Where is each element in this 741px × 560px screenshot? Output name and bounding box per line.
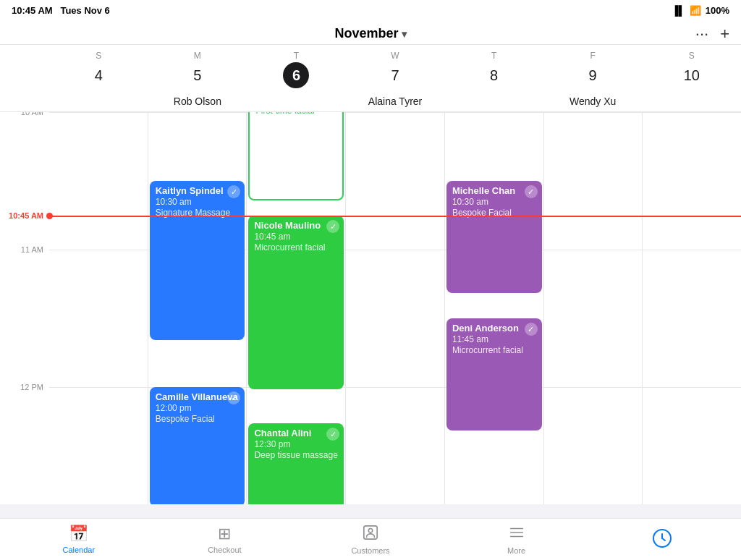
day-num-7: 7 [382,62,408,88]
tab-more-label: More [507,546,525,555]
appt-kaitlyn-time: 10:30 am [156,197,240,207]
day-letter-sun: S [49,51,148,61]
time-11am: 11 AM [21,245,43,254]
appt-michelle-time: 10:30 am [452,197,536,207]
appt-kaitlyn-name: Kaitlyn Spindel [156,185,240,196]
calendar-body: 10 AM 10:45 AM 11 AM 12 PM 1 PM 2 PM Kai… [0,112,741,504]
grid-col-4: Michelle Chan 10:30 am Bespoke Facial ✓ … [444,112,543,504]
day-num-4: 4 [85,62,111,88]
header-title[interactable]: November ▾ [334,26,406,41]
appt-nicole-service: Microcurrent facial [254,242,338,253]
status-time: 10:45 AM Tues Nov 6 [12,5,110,16]
appt-camille[interactable]: Camille Villanueva 12:00 pm Bespoke Faci… [150,387,245,504]
day-col-thu[interactable]: T 8 [444,51,543,88]
appt-brittany-service: First-time facial [255,112,336,116]
day-letter-thu: T [444,51,543,61]
staff-row: Rob Olson Alaina Tyrer Wendy Xu [0,91,741,112]
calendar-icon: 📅 [69,525,88,543]
staff-gutter [0,96,49,107]
current-time-dot [46,213,53,219]
tab-checkout[interactable]: ⊞ Checkout [199,525,250,554]
date-display: Tues Nov 6 [60,5,109,16]
appt-chantal-name: Chantal Alini [254,428,338,438]
week-row: S 4 M 5 T 6 W 7 T 8 F 9 S 10 [0,45,741,91]
tab-customers-label: Customers [351,546,389,555]
day-num-8: 8 [481,62,507,88]
appt-chantal-time: 12:30 pm [254,439,338,449]
calendar-header: November ▾ ··· + [0,20,741,45]
grid-col-2: Brittany Chin 9:30 am First-time facial … [246,112,345,504]
tab-more[interactable]: More [491,525,542,555]
day-col-wed[interactable]: W 7 [346,51,445,88]
staff-cell-alaina: Alaina Tyrer [346,96,445,107]
status-bar: 10:45 AM Tues Nov 6 ▐▌ 📶 100% [0,0,741,20]
grid-col-5 [543,112,643,504]
wifi-icon: 📶 [690,5,701,16]
tab-bar: 📅 Calendar ⊞ Checkout Customers More [0,518,741,560]
appt-nicole-name: Nicole Maulino [254,220,338,231]
day-letter-tue: T [247,51,346,61]
appt-camille-time: 12:00 pm [156,403,240,413]
time-10am: 10 AM [21,112,43,116]
day-num-6: 6 [283,62,309,88]
day-letter-mon: M [148,51,247,61]
day-letter-sat: S [642,51,741,61]
tab-customers[interactable]: Customers [345,525,396,555]
appt-deni[interactable]: Deni Anderson 11:45 am Microcurrent faci… [446,318,542,430]
current-time-line [49,216,741,217]
grid-col-3 [345,112,444,504]
grid-col-6 [642,112,741,504]
month-label: November [334,26,398,41]
clock-icon [652,528,672,551]
status-right: ▐▌ 📶 100% [672,5,729,16]
svg-line-7 [662,538,665,540]
day-col-fri[interactable]: F 9 [543,51,643,88]
time-12pm: 12 PM [20,383,43,391]
day-num-9: 9 [580,62,606,88]
grid-col-0 [49,112,148,504]
staff-cell-wendy: Wendy Xu [543,96,643,107]
appt-deni-time: 11:45 am [452,334,536,344]
appt-camille-service: Bespoke Facial [156,414,240,424]
tab-clock[interactable] [637,528,687,551]
appt-chantal-service: Deep tissue massage [254,450,338,460]
staff-cell-2 [444,96,543,107]
day-col-mon[interactable]: M 5 [148,51,247,88]
time-display: 10:45 AM [12,5,53,16]
appt-deni-service: Microcurrent facial [452,345,536,355]
svg-point-1 [368,528,373,533]
appt-nicole[interactable]: Nicole Maulino 10:45 am Microcurrent fac… [248,216,344,389]
appt-chantal[interactable]: Chantal Alini 12:30 pm Deep tissue massa… [248,423,344,504]
week-gutter [0,51,49,88]
signal-icon: ▐▌ [672,5,685,16]
staff-cell-0 [49,96,148,107]
tab-calendar-label: Calendar [62,546,95,554]
more-options-button[interactable]: ··· [695,26,708,42]
appt-deni-name: Deni Anderson [452,323,536,334]
time-1045am: 10:45 AM [9,211,43,220]
customers-icon [363,525,378,544]
appt-deni-check: ✓ [525,323,538,336]
header-actions: ··· + [695,26,729,42]
day-num-5: 5 [185,62,211,88]
day-col-sun[interactable]: S 4 [49,51,148,88]
day-num-10: 10 [679,62,705,88]
time-column: 10 AM 10:45 AM 11 AM 12 PM 1 PM 2 PM [0,112,49,504]
appt-brittany[interactable]: Brittany Chin 9:30 am First-time facial [248,112,344,200]
appt-michelle-check: ✓ [525,185,538,198]
tab-calendar[interactable]: 📅 Calendar [54,525,104,554]
chevron-down-icon: ▾ [402,28,407,40]
day-col-tue[interactable]: T 6 [247,51,346,88]
day-col-sat[interactable]: S 10 [642,51,741,88]
appt-michelle-name: Michelle Chan [452,185,536,196]
appt-camille-name: Camille Villanueva [156,391,240,402]
staff-cell-1 [247,96,346,107]
add-button[interactable]: + [720,26,729,42]
tab-checkout-label: Checkout [208,546,241,554]
staff-cell-rob: Rob Olson [148,96,247,107]
day-letter-wed: W [346,51,445,61]
appt-nicole-time: 10:45 am [254,232,338,242]
appt-michelle[interactable]: Michelle Chan 10:30 am Bespoke Facial ✓ [446,181,542,293]
more-icon [509,525,525,544]
appt-kaitlyn[interactable]: Kaitlyn Spindel 10:30 am Signature Massa… [150,181,245,340]
